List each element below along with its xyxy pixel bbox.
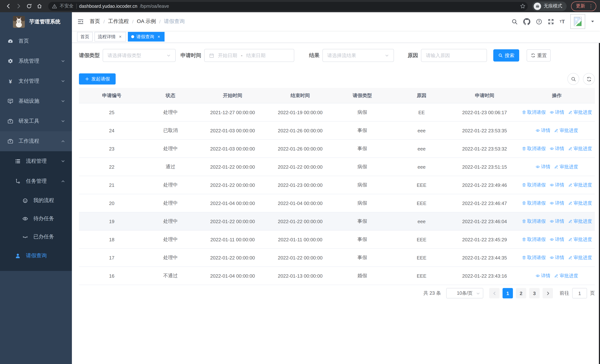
filter-form: 请假类型 请选择请假类型 申请时间 开始日期 - 结束日期 结果 请选择流结果: [79, 49, 595, 62]
back-icon[interactable]: [4, 2, 13, 10]
app-logo-row[interactable]: 芋道管理系统: [0, 12, 72, 31]
home-icon[interactable]: [35, 2, 44, 10]
detail-link[interactable]: 详情: [549, 236, 564, 243]
detail-link[interactable]: 详情: [549, 200, 564, 206]
sidebar-item-done-tasks[interactable]: 已办任务: [0, 228, 72, 246]
calendar-icon: [209, 53, 214, 58]
sidebar-item-workflow[interactable]: 工作流程: [0, 131, 72, 151]
detail-link[interactable]: 详情: [549, 254, 564, 261]
goto-page-input[interactable]: [572, 288, 587, 299]
page-button-2[interactable]: 2: [516, 288, 526, 299]
cell-status: 处理中: [145, 236, 197, 243]
show-search-toggle-button[interactable]: [567, 73, 579, 85]
page-scrollbar[interactable]: [599, 43, 600, 364]
detail-link[interactable]: 详情: [535, 127, 550, 134]
refresh-table-button[interactable]: [583, 73, 595, 85]
prev-page-button[interactable]: [489, 288, 500, 299]
font-size-icon[interactable]: TT: [560, 19, 565, 24]
sidebar-item-system[interactable]: 系统管理: [0, 51, 72, 71]
detail-link[interactable]: 详情: [549, 182, 564, 188]
github-icon[interactable]: [523, 18, 530, 25]
sidebar-item-leave-query[interactable]: 请假查询: [0, 246, 72, 266]
sidebar-item-todo-tasks[interactable]: 待办任务: [0, 209, 72, 228]
cell-leave-type: 事假: [332, 254, 393, 261]
bookmark-star-icon[interactable]: [520, 3, 525, 9]
help-icon[interactable]: ?: [536, 18, 542, 25]
breadcrumb-item[interactable]: 首页: [90, 18, 100, 25]
cell-leave-type: 事假: [332, 218, 393, 225]
sidebar-item-home[interactable]: 首页: [0, 31, 72, 51]
apply-time-range-picker[interactable]: 开始日期 - 结束日期: [204, 49, 294, 62]
caret-down-icon[interactable]: [591, 20, 594, 23]
cancel-leave-link[interactable]: 取消请假: [522, 146, 546, 152]
breadcrumb-item-current: 请假查询: [164, 18, 185, 25]
app-title: 芋道管理系统: [29, 18, 60, 25]
page-suffix-label: 页: [590, 290, 595, 297]
page-button-3[interactable]: 3: [529, 288, 540, 299]
breadcrumb: 首页 / 工作流程 / OA 示例 / 请假查询: [90, 18, 185, 25]
address-bar[interactable]: 不安全 dashboard.yudao.iocoder.cn/bpm/oa/le…: [48, 2, 528, 10]
fullscreen-icon[interactable]: [548, 18, 554, 25]
yen-icon: ¥: [7, 78, 13, 84]
detail-link[interactable]: 详情: [535, 273, 550, 279]
detail-link[interactable]: 详情: [549, 109, 564, 115]
cancel-leave-link[interactable]: 取消请假: [522, 254, 546, 261]
select-placeholder: 请选择流结果: [327, 52, 356, 59]
reload-icon[interactable]: [24, 2, 33, 10]
approval-progress-link[interactable]: 审批进度: [568, 200, 592, 206]
approval-progress-link[interactable]: 审批进度: [554, 164, 578, 170]
detail-link[interactable]: 详情: [549, 218, 564, 224]
cancel-leave-link[interactable]: 取消请假: [522, 200, 546, 206]
security-warning-icon[interactable]: [52, 3, 57, 9]
page-button-1[interactable]: 1: [503, 288, 513, 299]
sidebar-collapse-icon[interactable]: [77, 18, 84, 25]
sidebar-item-dev-tools[interactable]: 研发工具: [0, 111, 72, 131]
reset-button[interactable]: 重置: [527, 49, 551, 62]
tab-process-detail[interactable]: 流程详情 ×: [94, 32, 126, 42]
sidebar-item-my-process[interactable]: 我的流程: [0, 191, 72, 209]
approval-progress-link[interactable]: 审批进度: [568, 218, 592, 224]
update-button[interactable]: 更新 ⋮: [571, 1, 596, 11]
search-icon[interactable]: [511, 18, 518, 25]
approval-progress-link[interactable]: 审批进度: [568, 236, 592, 243]
approval-progress-link[interactable]: 审批进度: [554, 127, 578, 134]
cancel-leave-link[interactable]: 取消请假: [522, 218, 546, 224]
page-size-select[interactable]: 10条/页: [446, 288, 483, 299]
search-button[interactable]: 搜索: [493, 49, 519, 62]
detail-link[interactable]: 详情: [535, 164, 550, 170]
cell-leave-type: 病假: [332, 109, 393, 116]
sidebar-item-task-management[interactable]: 任务管理: [0, 171, 72, 191]
browser-menu-icon[interactable]: ⋮: [589, 4, 593, 9]
sidebar-item-label: 系统管理: [19, 58, 39, 65]
next-page-button[interactable]: [543, 288, 553, 299]
leave-type-select[interactable]: 请选择请假类型: [103, 49, 176, 62]
approval-progress-link[interactable]: 审批进度: [554, 273, 578, 279]
approval-progress-link[interactable]: 审批进度: [568, 109, 592, 115]
create-leave-button[interactable]: 发起请假: [79, 73, 116, 84]
approval-progress-link[interactable]: 审批进度: [568, 182, 592, 188]
reason-input[interactable]: 请输入原因: [421, 49, 487, 62]
chevron-up-icon: [61, 179, 65, 184]
sidebar-item-label: 支付管理: [19, 78, 39, 84]
approval-progress-link[interactable]: 审批进度: [568, 146, 592, 152]
forward-icon[interactable]: [14, 2, 23, 10]
approval-progress-link[interactable]: 审批进度: [568, 254, 592, 261]
avatar[interactable]: [570, 14, 585, 29]
tab-home[interactable]: 首页: [77, 32, 93, 42]
cell-leave-type: 婚假: [332, 272, 393, 279]
cancel-leave-link[interactable]: 取消请假: [522, 236, 546, 243]
close-icon[interactable]: ×: [118, 34, 123, 39]
table-row: 25 处理中 2021-12-27 00:00:00 2022-01-19 00…: [79, 103, 595, 121]
detail-link[interactable]: 详情: [549, 146, 564, 152]
sidebar-item-infrastructure[interactable]: 基础设施: [0, 91, 72, 111]
cancel-leave-link[interactable]: 取消请假: [522, 109, 546, 115]
sidebar-item-payment[interactable]: ¥ 支付管理: [0, 71, 72, 91]
close-icon[interactable]: ×: [156, 34, 161, 39]
table-toolbar: 发起请假: [79, 73, 595, 85]
cell-reason: eee: [393, 146, 450, 151]
result-select[interactable]: 请选择流结果: [322, 49, 394, 62]
sidebar-item-process-management[interactable]: 流程管理: [0, 151, 72, 171]
cancel-leave-link[interactable]: 取消请假: [522, 182, 546, 188]
tab-leave-query[interactable]: 请假查询 ×: [128, 32, 165, 42]
sidebar-item-label: 待办任务: [33, 215, 54, 222]
